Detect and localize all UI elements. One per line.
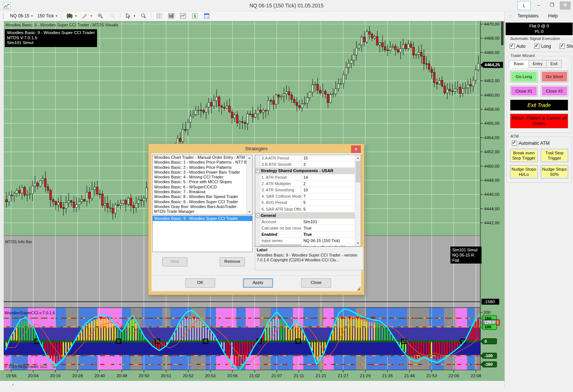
available-strategies-list[interactable]: Woodies Chart Trader - Manual Order Entr… [152,155,253,215]
applied-strategies-list[interactable]: Woodies Basic: 9 - Woodies Super CCI Tra… [152,216,253,252]
property-row[interactable]: 5. AVG Period5 [255,200,361,206]
strategy-list-item[interactable]: Woodies Chart Trader - Manual Order Entr… [153,155,252,160]
tab-exit[interactable]: Exit [546,60,562,68]
go-long-button[interactable]: Go Long [510,71,538,83]
close1-button[interactable]: Close #1 [510,86,538,97]
trail-stop-trigger-button[interactable]: Trail Stop Trigger [541,149,569,162]
chart-trader-button[interactable] [166,11,177,20]
strategy-list-item[interactable]: Woodies Basic: 9 - Woodies Super CCI Tra… [153,200,252,204]
remove-button[interactable]: Remove [220,257,245,267]
instrument-selector[interactable]: NQ 06-15 [8,13,35,19]
data-box-icon [203,12,210,20]
apply-button[interactable]: Apply [243,278,273,288]
property-row[interactable]: 4. SAR Collision Mode7 [255,193,361,200]
panels-button[interactable] [154,11,165,20]
dialog-title: Strategies [149,144,364,153]
scroll-left-icon[interactable] [10,381,16,388]
exit-trade-button[interactable]: Exit Trade [510,100,568,111]
trade-panel: :: Templates Help Flat 0 @ 0 PL:0 Automa… [504,11,573,388]
ok-button[interactable]: OK [185,278,215,288]
strategy-list-item[interactable]: Woodies Basic: 4 - Moving CCI Trader [153,175,252,180]
svg-text:20:56: 20:56 [227,373,238,378]
break-even-stop-trigger-button[interactable]: Break even Stop Trigger [510,149,538,162]
cursor-tool-button[interactable] [123,11,137,20]
horizontal-scrollbar[interactable] [0,381,573,388]
go-short-button[interactable]: Go Short [541,71,569,83]
property-row[interactable]: AccountSim101 [255,219,361,225]
strategy-list-item[interactable]: MTDS Trade Manager [153,209,252,214]
resize-grip[interactable] [357,287,360,291]
property-row[interactable]: 3. ATR Smoothing10 [255,187,361,193]
strategy-list-item[interactable]: Woodies Basic: 8 - Woodies Bar Speed Tra… [153,194,252,199]
property-row[interactable]: 3.A ATR Period15 [255,155,361,161]
data-box-button[interactable] [201,11,212,20]
maximize-button[interactable]: ❐ [546,1,557,10]
toolbar-grip[interactable] [3,13,6,19]
svg-text:4462,00: 4462,00 [484,78,500,83]
indicators-button[interactable] [177,11,189,20]
svg-text:20:53: 20:53 [205,373,216,378]
strategy-list-item[interactable]: Woodies Basic: 7 - Breakout [153,190,252,194]
bottom-strip [0,388,573,392]
dialog-close-button[interactable] [351,145,361,153]
applied-strategy-item[interactable]: Woodies Basic: 9 - Woodies Super CCI Tra… [153,216,252,221]
automatic-atm-checkbox[interactable] [512,141,517,146]
svg-text:21:27: 21:27 [338,373,349,378]
menu-templates[interactable]: Templates [517,13,539,19]
property-row[interactable]: Input seriesNQ 06-15 (150 Tick) [255,238,361,244]
list-scrollbar[interactable] [246,155,252,215]
property-row[interactable]: 1. ATR Period14 [255,174,361,181]
property-category-row[interactable]: General [255,212,361,219]
nudge-stops-50--button[interactable]: Nudge Stops 50% [541,165,569,178]
link-button[interactable]: L [517,1,531,10]
property-row[interactable]: EnabledTrue [255,231,361,238]
property-row[interactable]: Calculate on bar closeTrue [255,225,361,231]
pencil-icon [81,12,89,20]
scroll-up-icon [355,155,361,161]
close-button[interactable]: ✕ [560,1,571,10]
menu-grip[interactable]: :: [509,14,512,18]
property-category-row[interactable]: Strategy Shared Components - USAR [255,168,361,174]
zoom-out-button[interactable] [107,11,118,20]
property-grid[interactable]: 3.A ATR Period153.B ATR Smooth3Strategy … [255,155,361,247]
strategy-list-item[interactable]: Woodies Basic: 1 - Woodies Price Pattern… [153,160,252,165]
auto-checkbox[interactable] [510,44,515,49]
grid-scrollbar[interactable] [355,155,361,246]
svg-text:4470,00: 4470,00 [484,22,500,26]
short-checkbox[interactable] [560,44,565,49]
close2-button[interactable]: Close #2 [541,86,569,97]
strategy-list-item[interactable]: Woodies Basic: 2 - Woodies Price Pattern… [153,165,252,170]
nudge-stops-hi-lo-button[interactable]: Nudge Stops Hi/Lo [510,165,538,178]
tab-entry[interactable]: Entry [529,60,547,68]
new-button[interactable]: New [162,257,187,267]
property-row[interactable]: 2. ATR Multiplier2 [255,181,361,187]
property-row[interactable]: 6. SAR ATR Stop Offse5 [255,206,361,212]
zoom-in-button[interactable] [95,11,106,20]
magnifier-button[interactable] [138,11,149,20]
chart-style-button[interactable] [64,11,79,20]
strategy-list-item[interactable]: Woodies Basic: 6 - WSuperCCICD [153,185,252,190]
trade-wizard-tabs: BasicEntryExit [509,60,569,68]
svg-text:4458,00: 4458,00 [484,107,500,111]
svg-text:20:52: 20:52 [183,373,194,378]
cci-indicator-panel [4,308,480,370]
strategy-list-item[interactable]: Woodies Basic: 3 - Woodies Power Bars Tr… [153,170,252,175]
dialog-close-button2[interactable]: Close [301,278,331,288]
svg-text:21:29: 21:29 [360,373,371,378]
strategy-list-item[interactable]: Woodies Basic: 5 - Price with MCCI Slope… [153,180,252,184]
strategy-list-item[interactable]: Woodies Gray Box: Woodies Bars AutoTrade… [153,204,252,209]
draw-tools-button[interactable] [79,11,94,20]
menu-help[interactable]: Help [548,13,558,19]
long-checkbox[interactable] [534,44,540,49]
scrollbar-thumb[interactable] [356,161,360,182]
svg-text:100: 100 [484,325,491,329]
account-button[interactable]: $ [189,11,200,20]
property-row[interactable]: 3.B ATR Smooth3 [255,161,361,168]
collapse-icon [256,169,260,173]
reset-flatten-button[interactable]: Reset, Flatten & Cancel all Orders [510,114,568,128]
interval-selector[interactable]: 150 Tick [36,13,59,19]
svg-text:20:16: 20:16 [50,373,61,378]
cursor-icon [124,12,132,20]
tab-basic[interactable]: Basic [509,60,529,68]
minimize-button[interactable]: – [533,1,544,10]
